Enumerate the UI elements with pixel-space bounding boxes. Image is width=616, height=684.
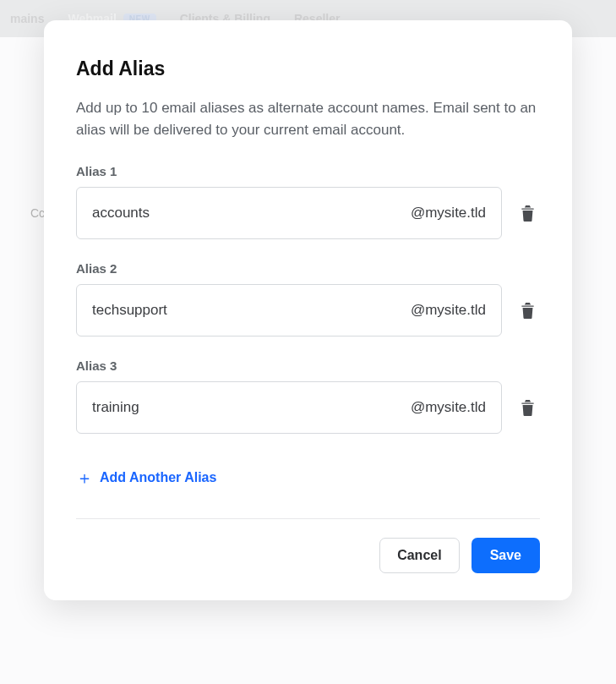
alias-field: @mysite.tld xyxy=(76,284,502,337)
modal-description: Add up to 10 email aliases as alternate … xyxy=(76,97,540,140)
delete-alias-button[interactable] xyxy=(515,395,540,421)
alias-block: Alias 2@mysite.tld xyxy=(76,261,540,337)
alias-block: Alias 3@mysite.tld xyxy=(76,358,540,434)
alias-row: @mysite.tld xyxy=(76,284,540,337)
delete-alias-button[interactable] xyxy=(515,298,540,324)
alias-row: @mysite.tld xyxy=(76,381,540,434)
alias-block: Alias 1@mysite.tld xyxy=(76,164,540,239)
alias-field: @mysite.tld xyxy=(76,187,502,239)
alias-label: Alias 3 xyxy=(76,358,540,373)
modal-footer: Cancel Save xyxy=(76,538,540,573)
modal-divider xyxy=(76,518,540,519)
plus-icon: ＋ xyxy=(76,469,93,486)
modal-title: Add Alias xyxy=(76,57,540,80)
trash-icon xyxy=(521,205,535,222)
delete-alias-button[interactable] xyxy=(515,200,540,227)
add-another-label: Add Another Alias xyxy=(100,470,216,485)
alias-domain: @mysite.tld xyxy=(411,205,486,222)
alias-input[interactable] xyxy=(92,399,411,416)
trash-icon xyxy=(521,400,535,416)
alias-domain: @mysite.tld xyxy=(411,302,486,319)
alias-label: Alias 2 xyxy=(76,261,540,276)
alias-input[interactable] xyxy=(92,302,411,319)
add-another-alias-button[interactable]: ＋ Add Another Alias xyxy=(76,464,216,491)
alias-field: @mysite.tld xyxy=(76,381,502,434)
alias-row: @mysite.tld xyxy=(76,187,540,239)
trash-icon xyxy=(521,303,535,319)
cancel-button[interactable]: Cancel xyxy=(379,538,459,573)
alias-input[interactable] xyxy=(92,205,411,222)
save-button[interactable]: Save xyxy=(472,538,540,573)
add-alias-modal: Add Alias Add up to 10 email aliases as … xyxy=(44,20,572,600)
alias-domain: @mysite.tld xyxy=(411,399,486,416)
alias-label: Alias 1 xyxy=(76,164,540,178)
